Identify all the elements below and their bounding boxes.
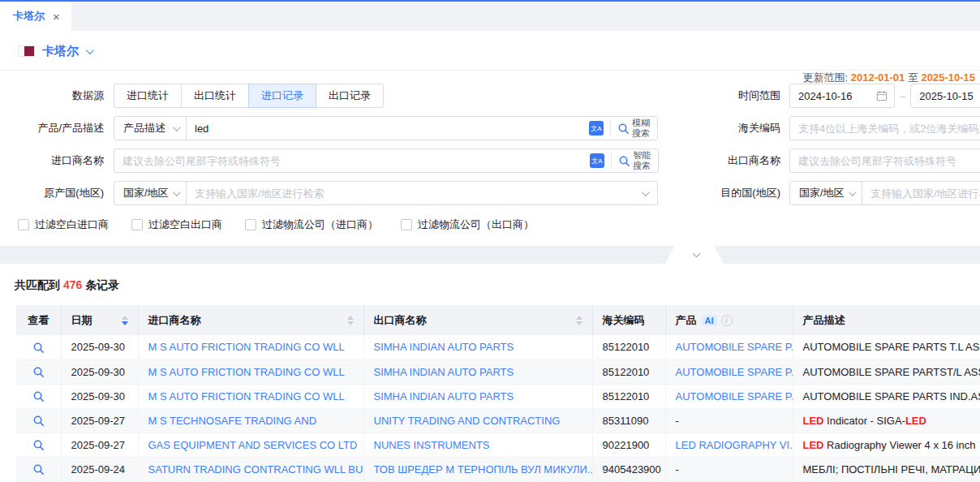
description-text: Radiography Viewer 4 x 16 inch: [824, 439, 976, 451]
cell-importer: M S AUTO FRICTION TRADING CO WLL: [138, 359, 363, 384]
product-search-input[interactable]: [187, 123, 589, 135]
cell-date: 2025-09-30: [61, 335, 138, 359]
view-record-button[interactable]: [32, 463, 45, 476]
view-record-button[interactable]: [32, 390, 45, 402]
sort-icon[interactable]: [576, 316, 582, 325]
fuzzy-search-button[interactable]: 模糊搜索: [617, 118, 657, 138]
chevron-down-icon[interactable]: [86, 46, 94, 54]
cell-exporter: SIMHA INDIAN AUTO PARTS: [363, 384, 592, 408]
destination-type-select[interactable]: 国家/地区: [789, 181, 862, 205]
cell-exporter: NUNES INSTRUMENTS: [363, 433, 592, 457]
tab-bar: 卡塔尔 ×: [0, 2, 980, 31]
cell-importer: GAS EQUIPMENT AND SERVICES CO LTD: [138, 433, 363, 457]
sort-icon[interactable]: [347, 316, 354, 325]
cell-description: AUTOMOBILE SPARE PARTST/L ASSY ...: [793, 359, 980, 384]
filter-panel: 更新范围: 2012-01-01 至 2025-10-15 数据源 进口统计出口…: [0, 71, 980, 264]
filter-checkbox-2[interactable]: 过滤物流公司（进口商）: [245, 217, 378, 232]
product-link[interactable]: AUTOMOBILE SPARE P...: [676, 366, 793, 378]
collapse-toggle[interactable]: [665, 246, 724, 264]
origin-type-select[interactable]: 国家/地区: [114, 181, 187, 205]
importer-link[interactable]: M S AUTO FRICTION TRADING CO WLL: [148, 366, 345, 378]
update-range-label: 更新范围:: [803, 71, 849, 84]
records-table: 查看 日期 进口商名称 出口商名称 海关编码 产品: [16, 305, 980, 482]
table-row: 2025-09-30M S AUTO FRICTION TRADING CO W…: [16, 384, 980, 408]
results-summary: 共匹配到476条记录: [15, 278, 980, 293]
origin-label: 原产国(地区): [0, 186, 104, 200]
view-record-button[interactable]: [32, 366, 45, 378]
exporter-link[interactable]: SIMHA INDIAN AUTO PARTS: [374, 341, 514, 353]
datasource-option-3[interactable]: 出口记录: [316, 84, 384, 108]
date-start-field[interactable]: [789, 84, 895, 108]
datasource-option-1[interactable]: 出口统计: [181, 84, 249, 108]
chevron-down-icon: [849, 188, 857, 196]
info-icon[interactable]: i: [721, 315, 733, 326]
view-record-button[interactable]: [32, 342, 45, 354]
checkbox-icon[interactable]: [401, 219, 412, 230]
importer-input[interactable]: [114, 155, 590, 167]
filter-checkbox-3[interactable]: 过滤物流公司（出口商）: [401, 217, 534, 232]
datasource-option-0[interactable]: 进口统计: [114, 84, 182, 108]
destination-input[interactable]: [862, 181, 980, 205]
date-end-input[interactable]: [919, 90, 980, 102]
filter-checkbox-1[interactable]: 过滤空白出口商: [131, 217, 222, 232]
col-exporter-label: 出口商名称: [374, 313, 427, 328]
date-start-input[interactable]: [798, 90, 876, 102]
filter-checkbox-row: 过滤空白进口商过滤空白出口商过滤物流公司（进口商）过滤物流公司（出口商）: [18, 217, 980, 233]
smart-search-button[interactable]: 智能搜索: [618, 150, 658, 170]
destination-group: 目的国(地区) 国家/地区: [706, 181, 980, 205]
tab-qatar[interactable]: 卡塔尔 ×: [0, 2, 71, 31]
table-row: 2025-09-30M S AUTO FRICTION TRADING CO W…: [16, 359, 980, 384]
col-exporter[interactable]: 出口商名称: [363, 305, 592, 335]
hs-code-input[interactable]: [789, 116, 980, 140]
importer-link[interactable]: M S AUTO FRICTION TRADING CO WLL: [148, 390, 345, 402]
filter-checkbox-0[interactable]: 过滤空白进口商: [18, 217, 109, 232]
exporter-link[interactable]: SIMHA INDIAN AUTO PARTS: [374, 366, 514, 378]
view-record-button[interactable]: [32, 415, 45, 427]
records-tbody: 2025-09-30M S AUTO FRICTION TRADING CO W…: [16, 335, 980, 481]
page-header: 卡塔尔: [18, 43, 980, 59]
product-label: 产品/产品描述: [0, 121, 104, 136]
summary-suffix: 条记录: [85, 278, 119, 291]
importer-link[interactable]: M S AUTO FRICTION TRADING CO WLL: [148, 341, 345, 353]
product-link[interactable]: AUTOMOBILE SPARE P...: [676, 390, 793, 402]
table-row: 2025-09-27GAS EQUIPMENT AND SERVICES CO …: [16, 433, 980, 457]
exporter-link[interactable]: UNITY TRADING AND CONTRACTING: [374, 415, 561, 427]
exporter-link[interactable]: NUNES INSTRUMENTS: [374, 439, 490, 451]
checkbox-icon[interactable]: [131, 219, 143, 230]
importer-link[interactable]: M S TECHNOSAFE TRADING AND: [148, 415, 317, 427]
cell-exporter: SIMHA INDIAN AUTO PARTS: [363, 335, 592, 359]
col-product-label: 产品: [676, 313, 697, 328]
sort-icon[interactable]: [122, 316, 128, 325]
cell-date: 2025-09-30: [61, 384, 138, 408]
description-highlight: LED: [905, 415, 926, 427]
product-link[interactable]: LED RADIOGRAPHY VI...: [676, 439, 793, 451]
cell-exporter: SIMHA INDIAN AUTO PARTS: [363, 359, 592, 384]
col-importer[interactable]: 进口商名称: [138, 305, 363, 335]
origin-search-field: [186, 181, 658, 205]
product-type-select[interactable]: 产品描述: [114, 116, 187, 140]
cell-product: AUTOMOBILE SPARE P...: [665, 384, 793, 408]
product-link[interactable]: AUTOMOBILE SPARE P...: [676, 341, 793, 353]
view-record-button[interactable]: [32, 439, 45, 451]
importer-link[interactable]: SATURN TRADING CONTRACTING WLL BUI...: [148, 463, 364, 476]
cell-description: LED Indicator - SIGA-LED: [793, 408, 980, 433]
col-date[interactable]: 日期: [61, 305, 138, 335]
cell-hs-code: 85122010: [592, 335, 665, 359]
exporter-link[interactable]: SIMHA INDIAN AUTO PARTS: [374, 390, 514, 402]
exporter-input[interactable]: [789, 148, 980, 173]
importer-link[interactable]: GAS EQUIPMENT AND SERVICES CO LTD: [148, 439, 358, 451]
checkbox-icon[interactable]: [18, 219, 29, 230]
translate-icon[interactable]: 文A: [590, 153, 604, 168]
translate-icon[interactable]: 文A: [589, 121, 604, 136]
exporter-link[interactable]: ТОВ ШРЕДЕР М ТЕРНОПІЛЬ ВУЛ МИКУЛИ...: [374, 463, 593, 476]
checkbox-label: 过滤空白进口商: [35, 217, 109, 232]
datasource-option-2[interactable]: 进口记录: [248, 84, 316, 108]
col-description: 产品描述: [793, 305, 980, 335]
cell-date: 2025-09-27: [61, 433, 138, 457]
checkbox-icon[interactable]: [245, 219, 256, 230]
date-end-field[interactable]: [910, 84, 980, 108]
origin-input[interactable]: [187, 187, 642, 200]
close-icon[interactable]: ×: [53, 11, 60, 23]
app-window: 卡塔尔 × 卡塔尔 更新范围: 2012-01-01 至 2025-10-15 …: [0, 0, 980, 482]
checkbox-label: 过滤物流公司（进口商）: [262, 217, 378, 232]
